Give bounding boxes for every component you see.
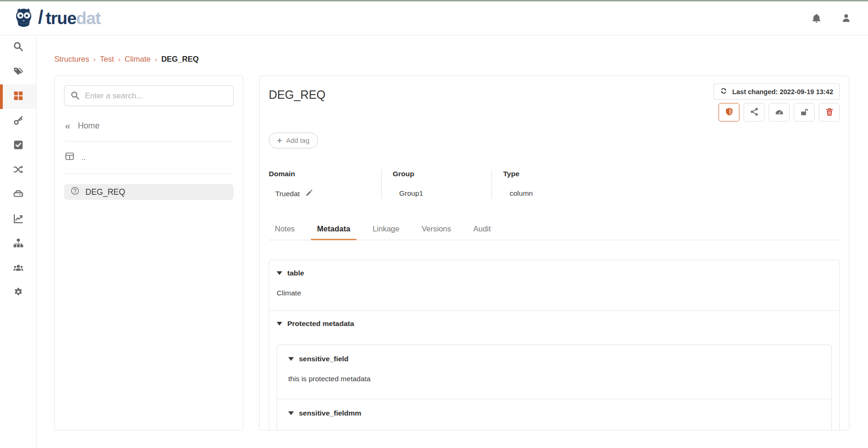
search-input[interactable] (64, 85, 233, 106)
quality-gauge-button[interactable] (769, 103, 790, 122)
logo-text-true: true (45, 9, 76, 28)
collapse-chevrons-icon: « (65, 121, 71, 130)
sidebar-item-permissions[interactable] (0, 109, 36, 134)
metadata-subsection-name: sensitive_fieldmm (299, 409, 361, 417)
question-circle-icon (71, 186, 79, 198)
nav-item-deg-req[interactable]: DEG_REQ (64, 184, 233, 200)
chevron-right-icon: › (155, 55, 157, 63)
share-icon (750, 107, 759, 118)
table-icon (65, 152, 74, 163)
sidebar-item-structures[interactable] (0, 84, 36, 109)
logo-slash: / (38, 8, 43, 26)
nav-item-label: DEG_REQ (85, 187, 125, 197)
shuffle-icon (13, 164, 24, 177)
app-header: / truedat (0, 1, 868, 35)
chevron-right-icon: › (118, 55, 120, 63)
check-square-icon (13, 140, 24, 152)
drive-icon (13, 189, 24, 201)
sitemap-icon (13, 238, 24, 250)
tab-linkage[interactable]: Linkage (367, 222, 406, 240)
metadata-section-protected: Protected metadata sensitive_field this … (269, 311, 839, 430)
metadata-subsection-name: sensitive_field (299, 355, 349, 363)
truedat-logo[interactable]: / truedat (13, 6, 101, 30)
sidebar-item-sources[interactable] (0, 183, 36, 207)
icon-sidebar (0, 35, 37, 448)
field-label-type: Type (503, 170, 533, 178)
metadata-subsection-header[interactable]: sensitive_field (288, 355, 820, 363)
metadata-section-header[interactable]: Protected metadata (277, 320, 832, 328)
gear-icon (13, 287, 24, 300)
page-title: DEG_REQ (269, 88, 325, 102)
metadata-section-header[interactable]: table (277, 269, 832, 277)
last-changed-label: Last changed: 2022-09-19 13:42 (732, 88, 833, 96)
sidebar-item-lineage[interactable] (0, 158, 36, 183)
sidebar-item-search[interactable] (0, 35, 36, 60)
nav-parent-item[interactable]: .. (64, 152, 233, 163)
sidebar-item-users[interactable] (0, 256, 36, 281)
notifications-bell-icon[interactable] (811, 13, 822, 23)
field-label-group: Group (393, 170, 482, 178)
structure-nav-panel: « Home .. DEG_REQ (54, 76, 243, 430)
caret-down-icon (277, 271, 282, 275)
metadata-subsection-header[interactable]: sensitive_fieldmm (288, 409, 820, 417)
metadata-section-table: table Climate (269, 260, 839, 310)
logo-text-dat: dat (76, 9, 101, 28)
shield-icon (725, 107, 734, 118)
metadata-subsection-value: this is protected metadata (288, 375, 820, 383)
caret-down-icon (288, 411, 294, 415)
metadata-section-value: Climate (277, 289, 832, 297)
field-label-domain: Domain (269, 170, 372, 178)
tab-metadata[interactable]: Metadata (311, 222, 356, 240)
tags-icon (13, 66, 24, 78)
breadcrumb-link-structures[interactable]: Structures (54, 55, 89, 64)
share-button[interactable] (744, 103, 764, 122)
add-tag-label: Add tag (286, 137, 310, 144)
user-account-icon[interactable] (841, 13, 851, 23)
protected-metadata-card: sensitive_field this is protected metada… (277, 345, 832, 430)
trash-icon (825, 107, 834, 118)
nav-parent-label: .. (81, 153, 85, 162)
field-value-type: column (510, 189, 533, 198)
metadata-section-name: table (287, 269, 304, 277)
sidebar-item-quality-tasks[interactable] (0, 134, 36, 158)
key-icon (13, 115, 24, 128)
search-icon (13, 41, 24, 54)
divider (64, 173, 233, 174)
sidebar-item-tags[interactable] (0, 60, 36, 84)
metadata-panel: table Climate Protected metadata (269, 260, 840, 430)
breadcrumb-link-test[interactable]: Test (100, 55, 114, 64)
tab-audit[interactable]: Audit (467, 222, 497, 240)
add-tag-button[interactable]: + Add tag (269, 133, 318, 148)
field-value-group: Group1 (399, 189, 423, 198)
breadcrumb-current: DEG_REQ (161, 55, 199, 64)
chevron-right-icon: › (93, 55, 96, 63)
grid-icon (13, 90, 24, 103)
refresh-icon (720, 87, 727, 96)
unlock-icon (800, 107, 809, 118)
refresh-last-changed-button[interactable]: Last changed: 2022-09-19 13:42 (713, 83, 840, 100)
chart-line-icon (13, 213, 24, 226)
field-value-domain: Truedat (275, 190, 300, 198)
users-icon (13, 262, 24, 275)
tab-notes[interactable]: Notes (269, 222, 301, 240)
gauge-icon (775, 107, 784, 118)
sidebar-item-settings[interactable] (0, 281, 36, 306)
sidebar-item-taxonomy[interactable] (0, 232, 36, 256)
nav-home-button[interactable]: « Home (65, 121, 233, 131)
structure-detail-card: DEG_REQ Last changed: 2022-09-19 13:42 (259, 76, 849, 430)
lock-button[interactable] (794, 103, 815, 122)
owl-logo-icon (13, 6, 34, 30)
sidebar-item-dashboards[interactable] (0, 207, 36, 232)
metadata-section-name: Protected metadata (287, 320, 354, 328)
breadcrumb-link-climate[interactable]: Climate (124, 55, 150, 64)
plus-icon: + (277, 136, 282, 145)
metadata-subsection-sensitive-fieldmm: sensitive_fieldmm this is mutable protec… (277, 399, 831, 430)
caret-down-icon (277, 322, 282, 326)
tab-versions[interactable]: Versions (415, 222, 457, 240)
edit-pencil-icon[interactable] (305, 189, 313, 198)
detail-tabs: Notes Metadata Linkage Versions Audit (269, 222, 840, 240)
protect-button[interactable] (719, 103, 739, 122)
delete-button[interactable] (819, 103, 840, 122)
divider (64, 141, 233, 141)
metadata-subsection-value: this is mutable protected metadata (288, 429, 820, 430)
